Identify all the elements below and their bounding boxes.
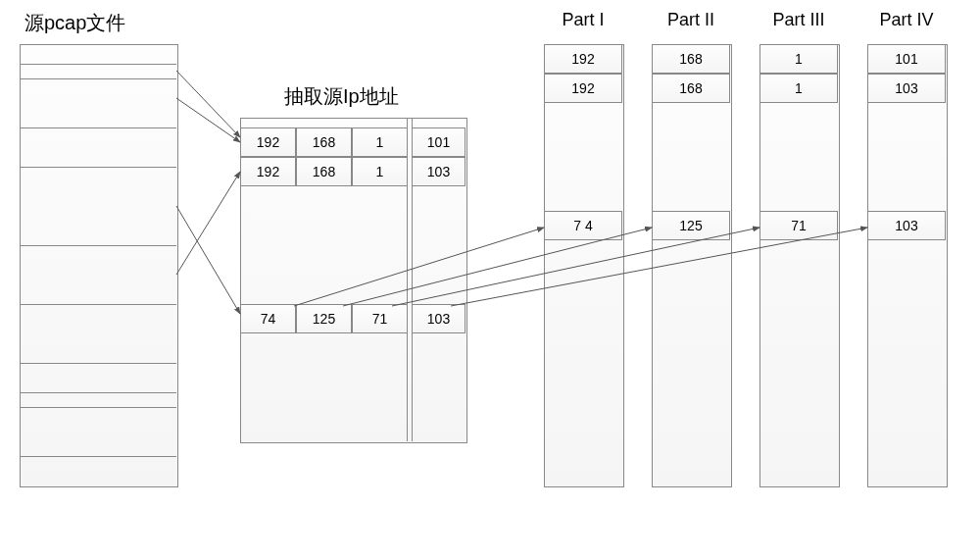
ip-cell-r3-o4: 103 — [412, 304, 466, 333]
arrow-pcap-cross1 — [176, 172, 240, 275]
arrow-pcap-row1a — [176, 71, 240, 137]
ip-cell-r1-o3: 1 — [352, 127, 408, 157]
part1-v2: 192 — [544, 74, 622, 103]
pcap-divider — [20, 363, 176, 364]
ip-cell-r2-o3: 1 — [352, 157, 408, 186]
pcap-divider — [20, 392, 176, 393]
pcap-divider — [20, 407, 176, 408]
part3-v3: 71 — [760, 211, 838, 240]
ip-cell-r3-o1: 74 — [240, 304, 296, 333]
part4-v2: 103 — [867, 74, 946, 103]
ip-cell-r1-o2: 168 — [296, 127, 352, 157]
part1-v1: 192 — [544, 44, 622, 74]
part4-v1: 101 — [867, 44, 946, 74]
arrow-pcap-row1b — [176, 98, 240, 142]
pcap-divider — [20, 245, 176, 246]
ip-cell-r1-o1: 192 — [240, 127, 296, 157]
pcap-divider — [20, 78, 176, 79]
part4-v3: 103 — [867, 211, 946, 240]
extract-ip-label: 抽取源Ip地址 — [284, 83, 399, 110]
ip-cell-r3-o3: 71 — [352, 304, 408, 333]
source-pcap-label: 源pcap文件 — [24, 10, 125, 36]
part3-column — [760, 44, 840, 487]
part1-column — [544, 44, 624, 487]
source-pcap-column — [20, 44, 178, 487]
pcap-divider — [20, 456, 176, 457]
part2-v1: 168 — [652, 44, 730, 74]
pcap-divider — [20, 127, 176, 128]
part3-v1: 1 — [760, 44, 838, 74]
part1-v3: 7 4 — [544, 211, 622, 240]
part1-label: Part I — [544, 10, 622, 30]
part2-label: Part II — [652, 10, 730, 30]
part3-label: Part III — [760, 10, 838, 30]
pcap-divider — [20, 304, 176, 305]
ip-cell-r2-o2: 168 — [296, 157, 352, 186]
part3-v2: 1 — [760, 74, 838, 103]
arrow-pcap-cross2 — [176, 206, 240, 314]
ip-cell-r1-o4: 101 — [412, 127, 466, 157]
part4-label: Part IV — [867, 10, 946, 30]
ip-cell-r3-o2: 125 — [296, 304, 352, 333]
pcap-divider — [20, 167, 176, 168]
part4-column — [867, 44, 948, 487]
ip-cell-r2-o4: 103 — [412, 157, 466, 186]
pcap-divider — [20, 64, 176, 65]
part2-v3: 125 — [652, 211, 730, 240]
part2-v2: 168 — [652, 74, 730, 103]
ip-cell-r2-o1: 192 — [240, 157, 296, 186]
part2-column — [652, 44, 732, 487]
